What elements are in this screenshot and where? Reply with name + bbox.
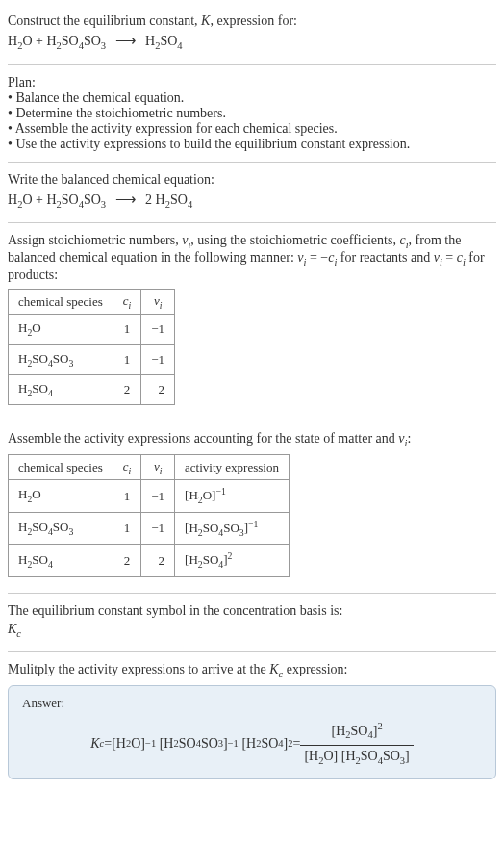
sp: H xyxy=(164,733,173,754)
balanced-equation: H2O + H2SO4SO3 ⟶ 2 H2SO4 xyxy=(8,188,496,214)
sp: O xyxy=(203,489,212,503)
intro-line1b: , expression for: xyxy=(210,13,297,28)
multiply-text: Mulitply the activity expressions to arr… xyxy=(8,662,496,679)
answer-box: Answer: Kc = [H2O]−1 [H2SO4SO3]−1 [H2SO4… xyxy=(8,685,496,779)
eq-part: H xyxy=(46,192,56,207)
plan-item: Use the activity expressions to build th… xyxy=(8,137,496,152)
table-cell: 2 xyxy=(113,545,141,577)
text-part: = − xyxy=(306,250,328,265)
sp: SO xyxy=(179,733,196,754)
sp: SO xyxy=(32,351,48,366)
sp: SO xyxy=(53,351,69,366)
table-cell: H2O xyxy=(9,315,113,344)
eq-sub: 4 xyxy=(177,40,182,51)
sp-sub: 4 xyxy=(278,736,283,752)
sp: SO xyxy=(223,521,239,535)
sp-sub: 3 xyxy=(68,526,73,537)
activity-table: chemical species ci νi activity expressi… xyxy=(8,454,290,577)
exp: −1 xyxy=(145,736,156,752)
sp-sub: 3 xyxy=(400,754,405,765)
assemble-text: Assemble the activity expressions accoun… xyxy=(8,431,496,448)
table-row: H2SO4SO3 1 −1 [H2SO4SO3]−1 xyxy=(9,512,290,545)
sp: SO xyxy=(201,733,218,754)
sp: SO xyxy=(32,520,48,534)
eq-sub: 4 xyxy=(188,198,192,209)
sp-sub: 3 xyxy=(68,357,73,368)
eq-sub: 3 xyxy=(101,198,106,209)
fraction: [H2SO4]2 [H2O] [H2SO4SO3] xyxy=(300,719,413,769)
answer-label: Answer: xyxy=(22,696,482,711)
sp-sub: 3 xyxy=(218,736,223,752)
sp: H xyxy=(18,520,27,534)
numerator: [H2SO4]2 xyxy=(300,719,413,745)
divider xyxy=(8,593,496,594)
sp: SO xyxy=(32,381,48,395)
table-header: activity expression xyxy=(175,454,290,480)
eq-part: O + H xyxy=(22,34,56,48)
text-part: = xyxy=(442,250,457,265)
sp-sub: 4 xyxy=(367,730,372,741)
divider xyxy=(8,222,496,223)
plan-section: Plan: Balance the chemical equation. Det… xyxy=(8,69,496,158)
sp-sub: 4 xyxy=(48,387,53,397)
exp: 2 xyxy=(228,550,233,561)
exp: 2 xyxy=(377,721,382,731)
intro-section: Construct the equilibrium constant, K, e… xyxy=(8,8,496,61)
eq-part: SO xyxy=(84,192,101,207)
eq-part: SO xyxy=(62,34,79,48)
intro-line1: Construct the equilibrium constant, xyxy=(8,13,201,28)
intro-equation: H2O + H2SO4SO3 ⟶ H2SO4 xyxy=(8,29,496,55)
eq-part: H xyxy=(8,34,17,48)
text-part: Assemble the activity expressions accoun… xyxy=(8,431,398,446)
sp: SO xyxy=(32,552,48,567)
arrow-icon: ⟶ xyxy=(115,32,137,48)
exp: −1 xyxy=(248,519,258,529)
exp: −1 xyxy=(215,486,225,497)
sp: H xyxy=(345,749,355,763)
table-cell: 1 xyxy=(113,315,141,344)
table-row: H2SO4 2 2 [H2SO4]2 xyxy=(9,545,290,577)
table-cell: H2O xyxy=(9,480,113,513)
table-cell: −1 xyxy=(141,344,175,374)
assign-text: Assign stoichiometric numbers, νi, using… xyxy=(8,233,496,283)
symbol-section: The equilibrium constant symbol in the c… xyxy=(8,598,496,649)
eq-part: SO xyxy=(84,34,101,48)
text-part: : xyxy=(407,431,411,446)
eq-part: H xyxy=(156,192,165,207)
plan-item: Assemble the activity expression for eac… xyxy=(8,121,496,137)
divider xyxy=(8,64,496,65)
sp-sub: 4 xyxy=(218,559,223,570)
eq-part: H xyxy=(8,192,17,207)
exp: −1 xyxy=(228,736,239,752)
answer-equation: Kc = [H2O]−1 [H2SO4SO3]−1 [H2SO4]2 = [H2… xyxy=(22,719,482,769)
plan-item: Determine the stoichiometric numbers. xyxy=(8,106,496,121)
table-cell: H2SO4 xyxy=(9,374,113,404)
intro-text: Construct the equilibrium constant, K, e… xyxy=(8,13,496,29)
sp: H xyxy=(116,733,126,754)
eq-sign: = xyxy=(293,733,301,754)
sp: H xyxy=(18,351,27,366)
sp: O xyxy=(131,733,140,754)
symbol-text: The equilibrium constant symbol in the c… xyxy=(8,603,496,619)
table-cell: [H2SO4SO3]−1 xyxy=(175,512,290,545)
sub-c: c xyxy=(16,628,21,639)
text-part: , using the stoichiometric coefficients, xyxy=(190,233,399,247)
table-header: ci xyxy=(113,289,141,315)
balanced-title: Write the balanced chemical equation: xyxy=(8,172,496,188)
sp: H xyxy=(18,487,27,501)
assign-section: Assign stoichiometric numbers, νi, using… xyxy=(8,227,496,417)
table-row: H2SO4 2 2 xyxy=(9,374,175,404)
sub-i: i xyxy=(129,299,132,310)
eq-sub: 3 xyxy=(101,40,106,51)
sp: H xyxy=(309,749,318,763)
table-cell: 1 xyxy=(113,344,141,374)
table-row: H2SO4SO3 1 −1 xyxy=(9,344,175,374)
sp: H xyxy=(189,553,197,568)
sp: H xyxy=(18,381,27,395)
text-part: expression: xyxy=(283,662,347,676)
sp: SO xyxy=(361,749,378,763)
eq-part: SO xyxy=(62,192,79,207)
table-cell: [H2O]−1 xyxy=(175,480,290,513)
sub-i: i xyxy=(160,465,163,475)
table-cell: 2 xyxy=(141,545,175,577)
